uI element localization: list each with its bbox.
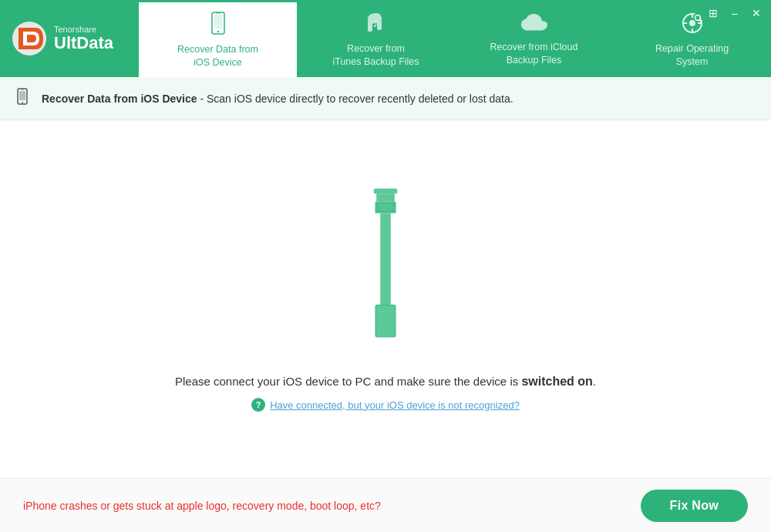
tab-itunes[interactable]: ♪ Recover fromiTunes Backup Files (297, 0, 455, 77)
svg-rect-22 (379, 204, 392, 210)
repair-icon (681, 12, 704, 38)
ios-device-icon (206, 11, 231, 39)
tab-ios-device[interactable]: Recover Data fromiOS Device (139, 0, 297, 77)
svg-point-17 (22, 102, 23, 103)
page-desc-title: Recover Data from iOS Device (42, 93, 197, 105)
bottom-bar: iPhone crashes or gets stuck at apple lo… (0, 478, 771, 532)
minimize-button[interactable]: – (728, 6, 742, 20)
tab-itunes-label: Recover fromiTunes Backup Files (332, 42, 419, 68)
svg-rect-4 (216, 13, 221, 14)
fix-now-button[interactable]: Fix Now (641, 490, 748, 522)
tab-repair-label: Repair OperatingSystem (655, 42, 729, 68)
connect-message: Please connect your iOS device to PC and… (175, 375, 596, 389)
icloud-icon (521, 13, 547, 36)
header: Tenorshare UltData Recover Data fromiOS … (0, 0, 771, 77)
grid-icon[interactable]: ⊞ (706, 6, 720, 20)
svg-rect-2 (214, 15, 222, 29)
connect-suffix: . (593, 375, 596, 388)
svg-rect-18 (21, 89, 24, 90)
connect-prefix: Please connect your iOS device to PC and… (175, 375, 521, 388)
page-desc-subtitle: - Scan iOS device directly to recover re… (197, 93, 513, 105)
help-link[interactable]: ? Have connected, but your iOS device is… (251, 398, 520, 412)
product-name: UltData (54, 34, 113, 52)
tab-icloud-label: Recover from iCloudBackup Files (490, 41, 578, 66)
itunes-icon: ♪ (365, 12, 388, 38)
connect-bold: switched on (521, 375, 592, 388)
question-icon: ? (251, 398, 265, 412)
nav-tabs: Recover Data fromiOS Device ♪ Recover fr… (139, 0, 771, 77)
warning-text: iPhone crashes or gets stuck at apple lo… (23, 500, 381, 512)
svg-text:♪: ♪ (372, 16, 379, 29)
tab-ios-device-label: Recover Data fromiOS Device (177, 43, 258, 69)
page-desc-text: Recover Data from iOS Device - Scan iOS … (42, 93, 513, 105)
svg-rect-25 (376, 306, 395, 336)
brand-name: Tenorshare (54, 25, 113, 34)
app-logo (12, 22, 46, 56)
svg-rect-23 (380, 214, 391, 305)
tab-icloud[interactable]: Recover from iCloudBackup Files (455, 0, 613, 77)
svg-point-3 (217, 31, 218, 32)
svg-rect-19 (374, 188, 397, 194)
svg-rect-20 (376, 194, 395, 201)
logo-section: Tenorshare UltData (0, 0, 139, 77)
close-button[interactable]: ✕ (749, 6, 763, 20)
cable-illustration (339, 182, 432, 352)
main-content: Please connect your iOS device to PC and… (0, 120, 771, 458)
logo-text: Tenorshare UltData (54, 25, 113, 52)
page-desc-icon (15, 88, 32, 109)
page-description-bar: Recover Data from iOS Device - Scan iOS … (0, 77, 771, 120)
svg-rect-16 (19, 91, 25, 100)
help-link-text: Have connected, but your iOS device is n… (270, 399, 520, 411)
